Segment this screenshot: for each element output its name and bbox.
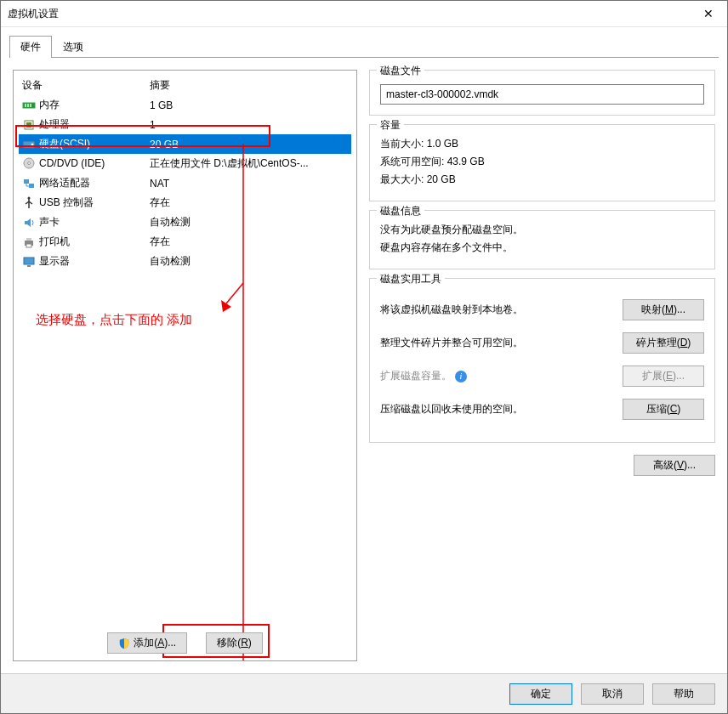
col-device: 设备 [19,76,146,95]
svg-rect-11 [29,184,34,188]
group-disk-info: 磁盘信息 没有为此硬盘预分配磁盘空间。 硬盘内容存储在多个文件中。 [369,210,715,269]
device-summary: 自动检测 [146,252,351,271]
memory-icon [22,99,36,112]
device-name: CD/DVD (IDE) [39,157,105,169]
capacity-max: 最大大小: 20 GB [380,173,704,187]
svg-rect-14 [26,238,31,241]
remove-button[interactable]: 移除(R) [206,632,263,654]
disk-file-value[interactable]: master-cl3-000002.vmdk [380,84,704,105]
svg-point-9 [28,162,31,165]
device-row-CD/DVD (IDE)[interactable]: CD/DVD (IDE)正在使用文件 D:\虚拟机\CentOS-... [19,154,351,173]
cd-icon [22,156,36,170]
help-button[interactable]: 帮助 [652,683,715,705]
group-title-capacity: 容量 [377,118,404,133]
device-row-打印机[interactable]: 打印机存在 [19,232,351,252]
device-name: 硬盘(SCSI) [39,137,90,151]
device-name: 网络适配器 [39,176,90,190]
sound-icon [22,216,36,230]
net-icon [22,177,36,190]
add-button-label: 添加(A)... [134,636,176,650]
group-capacity: 容量 当前大小: 1.0 GB 系统可用空间: 43.9 GB 最大大小: 20… [369,124,715,201]
left-shell: 设备 摘要 内存1 GB处理器1硬盘(SCSI)20 GBCD/DVD (IDE… [13,70,357,661]
device-name: 打印机 [39,235,70,249]
svg-marker-21 [221,300,231,312]
printer-icon [22,235,36,249]
expand-button: 扩展(E)... [623,366,704,387]
device-row-硬盘(SCSI)[interactable]: 硬盘(SCSI)20 GB [19,134,351,154]
util-compact-label: 压缩磁盘以回收未使用的空间。 [380,402,623,416]
svg-rect-16 [24,258,34,264]
disk-info-line2: 硬盘内容存储在多个文件中。 [380,241,704,255]
util-expand-row: 扩展磁盘容量。i 扩展(E)... [380,366,704,387]
svg-line-20 [226,283,243,303]
compact-button[interactable]: 压缩(C) [623,399,704,420]
defrag-button[interactable]: 碎片整理(D) [623,332,704,354]
svg-rect-2 [27,104,29,107]
advanced-button[interactable]: 高级(V)... [634,455,715,476]
device-row-网络适配器[interactable]: 网络适配器NAT [19,173,351,193]
tab-strip: 硬件 选项 [1,27,727,58]
device-name: 处理器 [39,117,70,132]
svg-rect-3 [30,104,31,107]
tab-options[interactable]: 选项 [52,36,94,58]
svg-rect-5 [26,122,31,128]
remove-button-label: 移除(R) [217,636,252,650]
device-summary: 1 [146,115,351,134]
cpu-icon [22,118,36,132]
device-name: USB 控制器 [39,196,94,210]
device-row-声卡[interactable]: 声卡自动检测 [19,212,351,232]
tab-hardware[interactable]: 硬件 [9,36,52,58]
device-row-处理器[interactable]: 处理器1 [19,115,351,134]
device-summary: 正在使用文件 D:\虚拟机\CentOS-... [146,154,351,173]
svg-rect-15 [26,244,31,247]
svg-rect-17 [27,265,31,267]
util-compact-row: 压缩磁盘以回收未使用的空间。 压缩(C) [380,399,704,420]
device-row-显示器[interactable]: 显示器自动检测 [19,252,351,271]
usb-icon [22,196,36,210]
util-map-label: 将该虚拟机磁盘映射到本地卷。 [380,303,623,317]
device-list-panel: 设备 摘要 内存1 GB处理器1硬盘(SCSI)20 GBCD/DVD (IDE… [13,70,357,661]
group-title-disk-file: 磁盘文件 [377,64,424,78]
capacity-free: 系统可用空间: 43.9 GB [380,155,704,169]
capacity-current: 当前大小: 1.0 GB [380,137,704,151]
display-icon [22,255,36,269]
svg-rect-1 [25,104,26,107]
device-summary: 自动检测 [146,212,351,232]
device-table: 设备 摘要 内存1 GB处理器1硬盘(SCSI)20 GBCD/DVD (IDE… [19,76,351,271]
ok-button[interactable]: 确定 [509,683,572,705]
util-map-row: 将该虚拟机磁盘映射到本地卷。 映射(M)... [380,299,704,320]
svg-point-12 [28,196,31,199]
close-button[interactable]: ✕ [689,1,727,26]
vm-settings-window: 虚拟机设置 ✕ 硬件 选项 设备 摘要 内存1 GB处理器1硬盘(SCSI)20 [0,0,728,714]
util-expand-label: 扩展磁盘容量。i [380,369,623,383]
group-utilities: 磁盘实用工具 将该虚拟机磁盘映射到本地卷。 映射(M)... 整理文件碎片并整合… [369,278,715,443]
svg-point-7 [31,143,34,145]
device-row-USB 控制器[interactable]: USB 控制器存在 [19,193,351,212]
device-name: 声卡 [39,215,60,230]
device-name: 显示器 [39,254,70,269]
window-title: 虚拟机设置 [8,7,689,21]
advanced-row: 高级(V)... [369,455,715,476]
shield-icon [118,638,130,649]
device-row-内存[interactable]: 内存1 GB [19,95,351,115]
device-buttons: 添加(A)... 移除(R) [14,632,356,654]
device-summary: 20 GB [146,134,351,154]
disk-icon [22,138,36,151]
disk-info-line1: 没有为此硬盘预分配磁盘空间。 [380,223,704,237]
cancel-button[interactable]: 取消 [581,683,644,705]
device-summary: NAT [146,173,351,193]
device-summary: 存在 [146,232,351,252]
device-summary: 1 GB [146,95,351,115]
util-defrag-row: 整理文件碎片并整合可用空间。 碎片整理(D) [380,332,704,354]
device-summary: 存在 [146,193,351,212]
group-title-disk-info: 磁盘信息 [377,204,424,218]
svg-rect-10 [24,179,29,184]
dialog-footer: 确定 取消 帮助 [1,673,727,713]
add-button[interactable]: 添加(A)... [107,632,187,654]
util-defrag-label: 整理文件碎片并整合可用空间。 [380,336,623,350]
info-icon: i [455,371,467,382]
group-title-utilities: 磁盘实用工具 [377,272,445,286]
col-summary: 摘要 [146,76,351,95]
annotation-text: 选择硬盘，点击下面的 添加 [36,312,192,328]
map-button[interactable]: 映射(M)... [623,299,704,320]
